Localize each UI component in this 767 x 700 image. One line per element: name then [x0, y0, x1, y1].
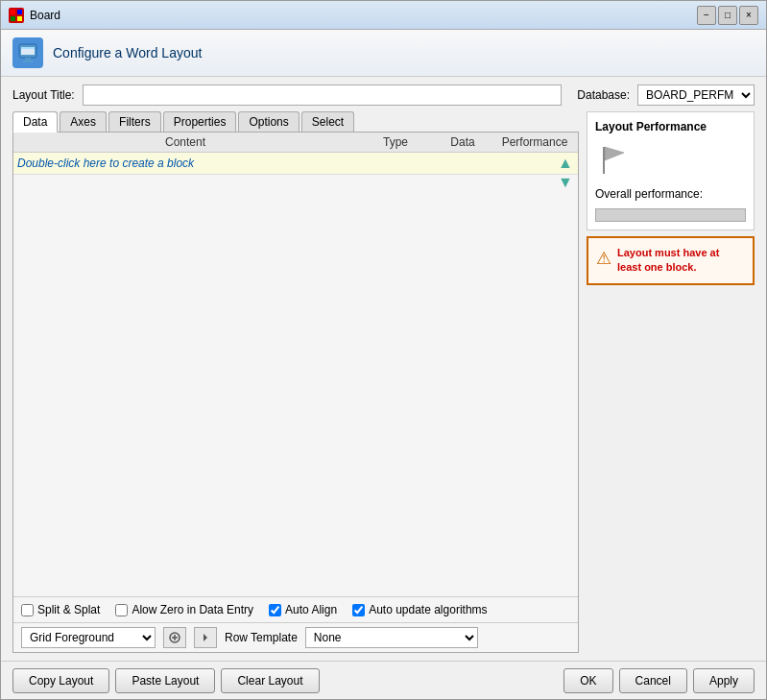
footer-bar: Copy Layout Paste Layout Clear Layout OK…	[1, 661, 766, 699]
col-header-performance: Performance	[491, 135, 578, 149]
col-header-type: Type	[357, 135, 434, 149]
layout-title-input[interactable]	[83, 84, 563, 106]
performance-bar	[595, 208, 746, 222]
tab-axes[interactable]: Axes	[60, 111, 107, 132]
app-icon	[9, 8, 24, 23]
left-panel: Data Axes Filters Properties Options Sel…	[12, 111, 579, 653]
warning-icon: ⚠	[596, 248, 611, 269]
header-title: Configure a Word Layout	[53, 45, 202, 60]
layout-title-row: Layout Title: Database: BOARD_PERFM	[12, 84, 755, 106]
flag-icon	[595, 141, 634, 180]
minimize-button[interactable]: −	[697, 6, 716, 25]
title-bar: Board − □ ×	[1, 1, 766, 30]
cancel-button[interactable]: Cancel	[619, 668, 687, 693]
svg-rect-2	[11, 16, 15, 21]
window-title: Board	[30, 9, 697, 22]
svg-rect-13	[603, 147, 605, 174]
svg-rect-8	[22, 60, 34, 62]
database-select[interactable]: BOARD_PERFM	[637, 84, 755, 106]
tab-data[interactable]: Data	[12, 111, 58, 133]
tab-content: Content Type Data Performance Double-cli…	[12, 133, 579, 653]
split-splat-input[interactable]	[21, 604, 34, 616]
svg-marker-14	[605, 147, 624, 160]
svg-rect-1	[17, 10, 22, 14]
grid-foreground-select[interactable]: Grid Foreground	[21, 627, 156, 648]
warning-box: ⚠ Layout must have at least one block.	[587, 236, 755, 285]
move-down-button[interactable]: ▼	[557, 174, 574, 191]
table-row[interactable]: Double-click here to create a block	[13, 153, 578, 175]
auto-update-input[interactable]	[352, 604, 365, 616]
col-header-data: Data	[434, 135, 491, 149]
apply-button[interactable]: Apply	[693, 668, 755, 693]
split-splat-checkbox[interactable]: Split & Splat	[21, 603, 100, 616]
configure-icon	[12, 37, 43, 68]
auto-align-checkbox[interactable]: Auto Align	[269, 603, 337, 616]
warning-message: Layout must have at least one block.	[617, 246, 745, 276]
row-template-select[interactable]: None	[305, 627, 478, 648]
clear-layout-button[interactable]: Clear Layout	[221, 668, 319, 693]
allow-zero-checkbox[interactable]: Alow Zero in Data Entry	[115, 603, 253, 616]
col-header-content: Content	[13, 135, 357, 149]
options-row: Split & Splat Alow Zero in Data Entry Au…	[13, 596, 578, 622]
tab-filters[interactable]: Filters	[108, 111, 161, 132]
svg-rect-3	[17, 16, 22, 21]
tab-select[interactable]: Select	[301, 111, 354, 132]
performance-title: Layout Performance	[595, 120, 707, 133]
main-window: Board − □ × Configure a Word Layout Layo…	[0, 0, 767, 700]
layout-title-label: Layout Title:	[12, 88, 75, 102]
auto-update-label: Auto update algorithms	[369, 603, 487, 616]
split-splat-label: Split & Splat	[37, 603, 100, 616]
grid-fg-action-button[interactable]	[163, 627, 186, 648]
svg-rect-6	[21, 47, 35, 49]
overall-performance-label: Overall performance:	[595, 187, 703, 201]
row-template-label: Row Template	[225, 631, 298, 644]
tab-properties[interactable]: Properties	[163, 111, 237, 132]
auto-align-label: Auto Align	[285, 603, 337, 616]
content-area: Data Axes Filters Properties Options Sel…	[12, 111, 755, 653]
main-content: Layout Title: Database: BOARD_PERFM Data…	[1, 77, 766, 661]
performance-box: Layout Performance Overall performance:	[587, 111, 755, 230]
header-bar: Configure a Word Layout	[1, 30, 766, 77]
allow-zero-label: Alow Zero in Data Entry	[132, 603, 253, 616]
right-panel: Layout Performance Overall performance: …	[587, 111, 755, 653]
move-up-button[interactable]: ▲	[557, 155, 574, 172]
title-bar-buttons: − □ ×	[697, 6, 758, 25]
maximize-button[interactable]: □	[718, 6, 737, 25]
paste-layout-button[interactable]: Paste Layout	[115, 668, 215, 693]
svg-marker-12	[204, 634, 207, 641]
auto-update-checkbox[interactable]: Auto update algorithms	[352, 603, 487, 616]
auto-align-input[interactable]	[269, 604, 281, 616]
database-label: Database:	[577, 88, 630, 102]
grid-fg-extra-button[interactable]	[194, 627, 217, 648]
svg-rect-0	[11, 10, 15, 14]
ok-button[interactable]: OK	[563, 668, 612, 693]
copy-layout-button[interactable]: Copy Layout	[12, 668, 109, 693]
table-header: Content Type Data Performance	[13, 133, 578, 153]
allow-zero-input[interactable]	[115, 604, 128, 616]
tabs: Data Axes Filters Properties Options Sel…	[12, 111, 579, 133]
bottom-controls: Grid Foreground	[13, 622, 578, 652]
table-body: Double-click here to create a block ▲ ▼	[13, 153, 578, 596]
tab-options[interactable]: Options	[238, 111, 299, 132]
create-block-hint: Double-click here to create a block	[17, 157, 574, 170]
close-button[interactable]: ×	[739, 6, 758, 25]
